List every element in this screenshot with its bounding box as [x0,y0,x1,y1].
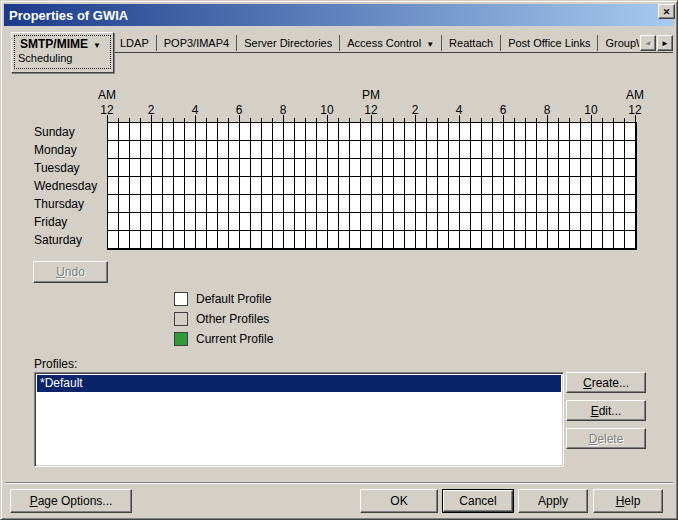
tab-server-directories[interactable]: Server Directories [237,35,340,51]
other-profiles-swatch [174,312,188,326]
list-item-default-profile[interactable]: *Default [37,375,561,392]
edit-button[interactable]: Edit... [566,400,646,421]
day-label-thursday: Thursday [34,195,97,213]
day-label-tuesday: Tuesday [34,159,97,177]
chevron-down-icon: ▼ [93,41,101,50]
create-button[interactable]: Create... [566,372,646,393]
tab-scroll-right-button[interactable]: ► [657,35,673,51]
tab-scroll-left-button[interactable]: ◄ [640,35,656,51]
tab-smtp-mime-active[interactable]: SMTP/MIME ▼ Scheduling [11,32,114,73]
tab-strip: LDAP POP3/IMAP4 Server Directories Acces… [113,33,673,53]
tab-groupwise[interactable]: GroupW [598,35,639,51]
legend-label: Current Profile [196,332,273,346]
meridiem-label-pm: PM [362,88,380,102]
arrow-right-icon: ► [661,39,669,48]
legend-label: Default Profile [196,292,271,306]
day-label-monday: Monday [34,141,97,159]
default-profile-swatch [174,292,188,306]
tab-label: Access Control [347,37,421,49]
legend-row-other: Other Profiles [174,309,273,329]
tab-post-office-links[interactable]: Post Office Links [501,35,598,51]
tab-label: Post Office Links [508,37,590,49]
schedule-grid[interactable] [107,122,637,250]
undo-button[interactable]: Undo [33,261,108,283]
meridiem-label-am-left: AM [98,88,116,102]
close-icon: ✕ [663,7,671,17]
tab-label: Reattach [449,37,493,49]
day-label-sunday: Sunday [34,123,97,141]
close-button[interactable]: ✕ [658,4,675,19]
delete-button[interactable]: Delete [566,428,646,449]
window-title: Properties of GWIA [9,8,128,23]
axis-ticks [107,115,636,122]
meridiem-label-am-right: AM [626,88,644,102]
profile-legend: Default Profile Other Profiles Current P… [174,289,273,349]
legend-row-default: Default Profile [174,289,273,309]
help-button[interactable]: Help [593,489,663,513]
profiles-label: Profiles: [34,357,77,371]
day-label-saturday: Saturday [34,231,97,249]
day-label-wednesday: Wednesday [34,177,97,195]
title-bar[interactable]: Properties of GWIA [4,4,674,26]
apply-button[interactable]: Apply [518,489,588,513]
current-profile-swatch [174,332,188,346]
tab-scroll-buttons: ◄ ► [639,35,673,51]
tab-scroll-area: LDAP POP3/IMAP4 Server Directories Acces… [113,33,639,53]
tab-ldap[interactable]: LDAP [113,35,157,51]
properties-dialog: Properties of GWIA ✕ LDAP POP3/IMAP4 Ser… [0,0,678,520]
day-label-friday: Friday [34,213,97,231]
profiles-listbox[interactable]: *Default [34,372,564,467]
tab-label: POP3/IMAP4 [164,37,229,49]
tab-label: GroupW [605,37,639,49]
tab-pop3-imap4[interactable]: POP3/IMAP4 [157,35,237,51]
tab-label: Server Directories [244,37,332,49]
tab-label: LDAP [120,37,149,49]
tab-access-control[interactable]: Access Control ▼ [340,35,442,51]
arrow-left-icon: ◄ [644,39,652,48]
tab-reattach[interactable]: Reattach [442,35,501,51]
legend-row-current: Current Profile [174,329,273,349]
cancel-button[interactable]: Cancel [443,490,513,512]
chevron-down-icon: ▼ [426,40,434,49]
legend-label: Other Profiles [196,312,269,326]
page-options-button[interactable]: Page Options... [10,489,132,513]
footer-separator [5,482,673,484]
day-labels: Sunday Monday Tuesday Wednesday Thursday… [34,123,97,249]
ok-button[interactable]: OK [360,489,438,513]
